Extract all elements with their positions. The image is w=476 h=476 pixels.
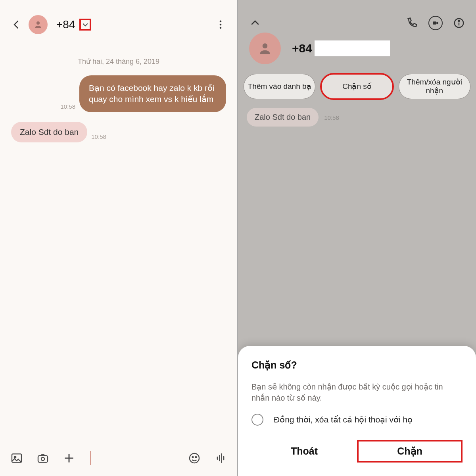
confirm-block-button[interactable]: Chặn	[357, 440, 463, 463]
gallery-icon[interactable]	[10, 452, 23, 464]
message-time: 10:58	[324, 114, 339, 121]
detail-header	[238, 0, 476, 35]
video-icon	[432, 19, 439, 27]
svg-point-5	[14, 456, 16, 458]
background-message: Zalo Sđt do ban 10:58	[238, 99, 476, 127]
expand-contact-button[interactable]	[79, 19, 91, 31]
svg-point-11	[192, 457, 194, 458]
svg-rect-13	[217, 457, 218, 460]
svg-point-10	[190, 453, 199, 463]
edit-recipients-button[interactable]: Thêm/xóa người nhận	[399, 74, 470, 99]
chat-screen: +84 Thứ hai, 24 tháng 6, 2019 10:58 Bạn …	[0, 0, 238, 476]
svg-point-21	[263, 43, 268, 48]
more-icon[interactable]	[215, 19, 226, 30]
contact-phone-large: +84	[292, 42, 312, 55]
sheet-actions: Thoát Chặn	[251, 440, 463, 463]
composer-toolbar	[0, 440, 237, 476]
block-number-button[interactable]: Chặn số	[321, 74, 393, 99]
sheet-body: Bạn sẽ không còn nhận được bất kỳ cuộc g…	[251, 381, 463, 403]
message-incoming: Zalo Sđt do ban 10:58	[11, 122, 226, 142]
contact-avatar-large[interactable]	[249, 33, 281, 64]
radio-icon[interactable]	[251, 414, 263, 426]
date-separator: Thứ hai, 24 tháng 6, 2019	[0, 57, 237, 66]
option-label: Đồng thời, xóa tất cả hội thoại với họ	[274, 415, 413, 424]
delete-conversation-option[interactable]: Đồng thời, xóa tất cả hội thoại với họ	[251, 414, 463, 426]
message-bubble[interactable]: Zalo Sđt do ban	[11, 122, 87, 142]
message-time: 10:58	[60, 103, 75, 110]
svg-rect-14	[219, 455, 220, 461]
chat-header: +84	[0, 0, 237, 41]
chevron-up-icon[interactable]	[249, 17, 261, 29]
svg-point-20	[459, 20, 460, 21]
call-icon[interactable]	[406, 17, 418, 29]
svg-rect-17	[433, 21, 436, 25]
nav-bar-area	[238, 463, 476, 476]
block-confirm-sheet: Chặn số? Bạn sẽ không còn nhận được bất …	[238, 346, 476, 476]
contact-avatar[interactable]	[29, 15, 48, 34]
info-icon[interactable]	[453, 17, 465, 29]
message-bubble[interactable]: Bạn có facebook hay zalo k kb rồi quay c…	[79, 75, 226, 112]
person-icon	[257, 41, 273, 56]
svg-rect-16	[223, 456, 225, 461]
svg-rect-15	[221, 453, 222, 463]
action-pill-row: Thêm vào danh bạ Chặn số Thêm/xóa người …	[238, 74, 476, 99]
message-outgoing: 10:58 Bạn có facebook hay zalo k kb rồi …	[11, 75, 226, 112]
cancel-button[interactable]: Thoát	[251, 440, 357, 463]
video-call-button[interactable]	[428, 16, 443, 30]
voice-icon[interactable]	[214, 452, 227, 464]
contact-detail-screen: +84 Thêm vào danh bạ Chặn số Thêm/xóa ng…	[238, 0, 476, 476]
person-icon	[33, 20, 43, 29]
message-time: 10:58	[91, 133, 106, 140]
chevron-down-icon	[81, 21, 89, 29]
message-bubble: Zalo Sđt do ban	[247, 108, 319, 127]
svg-point-2	[220, 24, 222, 26]
message-list: 10:58 Bạn có facebook hay zalo k kb rồi …	[0, 75, 237, 142]
emoji-icon[interactable]	[188, 452, 201, 464]
plus-icon[interactable]	[63, 452, 75, 464]
svg-point-12	[196, 457, 197, 458]
text-input-cursor[interactable]	[90, 451, 91, 465]
svg-point-7	[41, 457, 44, 461]
contact-phone: +84	[56, 18, 75, 31]
back-icon[interactable]	[11, 19, 22, 30]
redacted-block	[315, 40, 390, 56]
svg-rect-6	[38, 455, 48, 462]
contact-summary: +84	[238, 33, 476, 71]
svg-point-3	[220, 27, 222, 29]
svg-point-1	[220, 21, 222, 23]
svg-point-0	[36, 21, 40, 25]
sheet-title: Chặn số?	[251, 359, 463, 371]
camera-icon[interactable]	[36, 452, 49, 464]
add-to-contacts-button[interactable]: Thêm vào danh bạ	[244, 74, 315, 99]
